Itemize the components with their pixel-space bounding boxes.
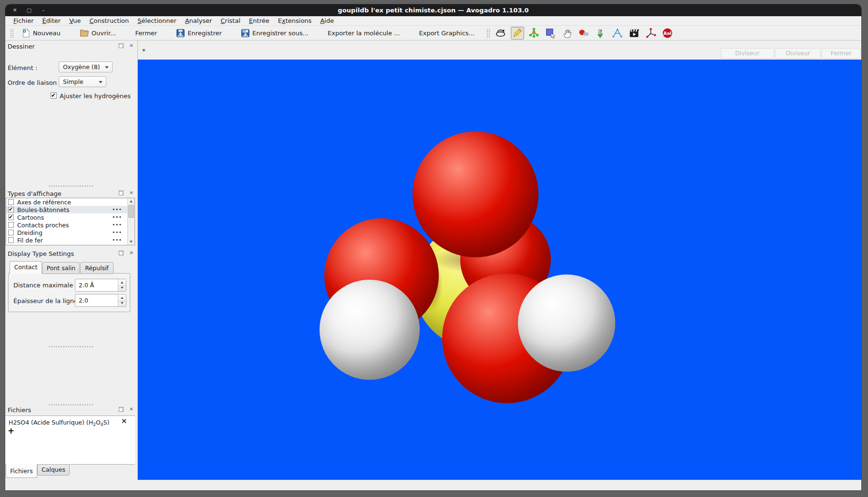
close-panel-icon[interactable]: ✕	[128, 43, 134, 49]
splitter-handle[interactable]	[48, 345, 93, 348]
bottom-tab-fichiers[interactable]: Fichiers	[6, 464, 37, 478]
scroll-down-icon[interactable]	[128, 239, 134, 245]
tab-repulsif[interactable]: Répulsif	[80, 262, 114, 274]
atom-O	[413, 132, 538, 257]
animation-tool-button[interactable]	[628, 27, 641, 40]
close-view-button[interactable]: Fermer	[822, 48, 860, 59]
menu-construction[interactable]: Construction	[85, 16, 133, 25]
display-type-checkbox[interactable]	[8, 237, 14, 243]
menu-cristal[interactable]: Cristal	[217, 16, 245, 25]
save-button[interactable]: Enregistrer	[172, 27, 226, 40]
display-type-checkbox[interactable]	[8, 214, 14, 220]
selection-tool-icon	[545, 28, 556, 39]
display-type-row[interactable]: Fil de fer•••	[6, 236, 134, 244]
menu-fichier[interactable]: Fichier	[9, 16, 38, 25]
split-vertical-button[interactable]: Diviseur vertical	[775, 48, 821, 59]
close-file-button-label: Fermer	[135, 30, 157, 37]
files-list: H2SO4 (Acide Sulfurique) (H2O4S) ✕ +	[5, 416, 135, 465]
adjust-hydrogens-checkbox[interactable]	[51, 92, 57, 99]
display-type-row[interactable]: Dreiding•••	[6, 229, 134, 236]
crystal-tool-button[interactable]	[644, 27, 658, 40]
toolbar: Nouveau Ouvrir... Fermer	[5, 26, 861, 41]
display-type-options-button[interactable]: •••	[112, 221, 122, 228]
split-horizontal-button[interactable]: Diviseur horizontal	[721, 48, 774, 59]
display-type-row[interactable]: Cartoons•••	[6, 213, 134, 221]
bond-centric-tool-button[interactable]	[578, 27, 591, 40]
template-tool-button[interactable]	[527, 27, 541, 40]
display-type-row[interactable]: Axes de référence	[6, 198, 134, 206]
spinner-arrows-icon[interactable]	[118, 279, 126, 291]
add-file-button[interactable]: +	[8, 427, 14, 435]
menu-selectionner[interactable]: Sélectionner	[133, 16, 181, 25]
new-button-label: Nouveau	[33, 30, 61, 37]
tab-contact[interactable]: Contact	[10, 261, 42, 274]
measure-tool-button[interactable]	[611, 27, 624, 40]
draw-tool-icon	[512, 28, 523, 39]
close-panel-icon[interactable]: ✕	[128, 406, 134, 412]
menu-analyser[interactable]: Analyser	[181, 16, 217, 25]
menu-aide[interactable]: Aide	[316, 16, 338, 25]
float-panel-icon[interactable]	[118, 43, 124, 49]
title-bar[interactable]: ✕ ▢ – goupildb l'ex petit chimiste.cjson…	[5, 4, 861, 16]
label-tool-icon: AaI	[662, 28, 673, 39]
save-as-button[interactable]: Enregistrer sous...	[237, 27, 313, 40]
tab-pont-salin[interactable]: Pont salin	[42, 262, 80, 274]
file-item-label[interactable]: H2SO4 (Acide Sulfurique) (H2O4S)	[9, 419, 109, 427]
open-button[interactable]: Ouvrir...	[75, 27, 121, 39]
draw-tool-button[interactable]	[511, 27, 524, 40]
display-type-checkbox[interactable]	[8, 207, 14, 213]
close-file-button[interactable]: Fermer	[131, 28, 162, 39]
remove-file-icon[interactable]: ✕	[121, 417, 127, 426]
float-panel-icon[interactable]	[118, 190, 124, 196]
menu-entree[interactable]: Entrée	[245, 16, 274, 25]
save-button-label: Enregistrer	[187, 30, 222, 37]
label-tool-button[interactable]: AaI	[661, 27, 674, 40]
menu-vue[interactable]: Vue	[65, 16, 85, 25]
toolbar-drag-handle[interactable]	[10, 28, 13, 38]
scrollbar[interactable]	[127, 198, 134, 245]
scrollbar-thumb[interactable]	[128, 205, 134, 218]
forcefield-tool-button[interactable]: E	[594, 27, 608, 40]
left-dock: Dessiner ✕ Élément : Oxygène (8) Ordre d…	[5, 41, 138, 480]
close-panel-icon[interactable]: ✕	[128, 250, 134, 256]
display-type-row[interactable]: Boules-bâtonnets•••	[6, 206, 134, 213]
line-thickness-spinbox[interactable]: 2.0	[75, 294, 126, 307]
bottom-tab-calques[interactable]: Calques	[37, 464, 70, 476]
close-panel-icon[interactable]: ✕	[128, 190, 134, 196]
maximize-window-icon[interactable]: ▢	[26, 8, 32, 13]
display-type-checkbox[interactable]	[8, 222, 14, 228]
element-combobox[interactable]: Oxygène (8)	[59, 61, 113, 72]
new-button[interactable]: Nouveau	[18, 27, 65, 40]
display-type-options-button[interactable]: •••	[112, 206, 122, 213]
display-type-checkbox[interactable]	[8, 199, 14, 205]
export-molecule-button[interactable]: Exporter la molécule ...	[323, 28, 404, 39]
scroll-up-icon[interactable]	[128, 198, 134, 204]
export-graphics-button[interactable]: Export Graphics...	[414, 28, 479, 39]
navigate-tool-button[interactable]	[494, 27, 507, 40]
minimize-window-icon[interactable]: –	[40, 8, 47, 13]
close-window-icon[interactable]: ✕	[11, 8, 18, 13]
distance-max-spinbox[interactable]: 2.0 Å	[75, 279, 126, 292]
splitter-handle[interactable]	[48, 185, 93, 187]
menu-editer[interactable]: Éditer	[38, 16, 65, 25]
selection-tool-button[interactable]	[544, 27, 558, 40]
display-type-checkbox[interactable]	[8, 230, 14, 235]
display-type-options-button[interactable]: •••	[112, 229, 122, 236]
spinner-arrows-icon[interactable]	[118, 294, 126, 306]
atom-H	[518, 274, 615, 372]
splitter-handle[interactable]	[48, 404, 93, 406]
display-type-row[interactable]: Contacts proches•••	[6, 221, 134, 229]
molecule-viewport[interactable]	[138, 60, 861, 480]
menu-extensions[interactable]: Extensions	[274, 16, 316, 25]
float-panel-icon[interactable]	[118, 250, 124, 256]
display-type-label: Fil de fer	[17, 237, 43, 244]
display-type-label: Boules-bâtonnets	[17, 206, 69, 213]
bond-order-combobox[interactable]: Simple	[59, 76, 106, 87]
manipulate-tool-button[interactable]	[561, 27, 574, 40]
save-as-icon	[241, 29, 250, 38]
toolbar-drag-handle[interactable]	[486, 28, 490, 38]
display-type-options-button[interactable]: •••	[112, 236, 122, 243]
menu-bar: FichierÉditerVueConstructionSélectionner…	[5, 16, 861, 26]
float-panel-icon[interactable]	[118, 406, 124, 412]
display-type-options-button[interactable]: •••	[112, 213, 122, 221]
